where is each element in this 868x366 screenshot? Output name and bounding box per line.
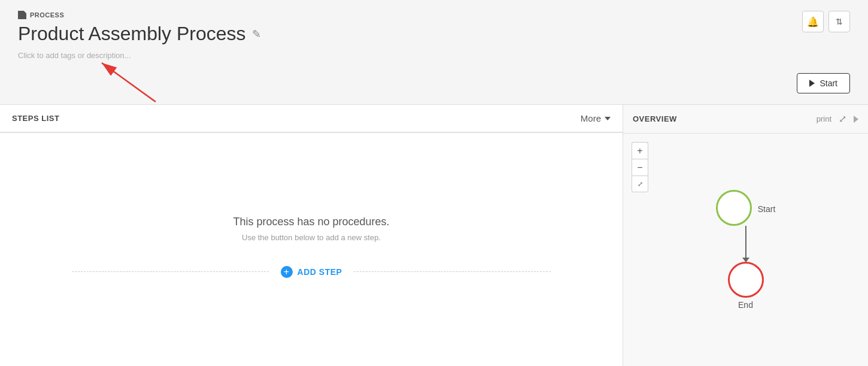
- play-icon: [809, 80, 815, 87]
- overview-body: + − ⤢ Start: [623, 134, 868, 366]
- sort-button[interactable]: ⇅: [828, 11, 850, 32]
- main-content: STEPS LIST More This process has no proc…: [0, 105, 868, 366]
- start-node-container: Start: [716, 190, 776, 226]
- end-node-label: End: [738, 300, 753, 310]
- start-button[interactable]: Start: [797, 73, 850, 93]
- process-label-text: PROCESS: [30, 11, 64, 19]
- dashed-line-right: [354, 271, 551, 272]
- empty-state-title: This process has no procedures.: [233, 216, 389, 228]
- overview-title: OVERVIEW: [633, 114, 677, 123]
- zoom-in-button[interactable]: +: [632, 142, 648, 159]
- steps-list-title: STEPS LIST: [12, 114, 59, 123]
- page-title: Product Assembly Process ✎: [18, 23, 850, 45]
- end-node-row: [728, 262, 764, 298]
- chevron-right-icon[interactable]: [854, 116, 858, 123]
- dashed-line-left: [72, 271, 269, 272]
- start-node: [716, 190, 752, 226]
- zoom-controls: + − ⤢: [632, 142, 648, 192]
- expand-icon[interactable]: ⤢: [839, 113, 846, 125]
- start-node-label: Start: [758, 204, 776, 214]
- more-button[interactable]: More: [581, 113, 611, 123]
- start-node-row: Start: [716, 190, 776, 226]
- plus-circle-icon: +: [281, 266, 293, 278]
- overview-panel: OVERVIEW print ⤢ + − ⤢: [623, 105, 868, 366]
- add-step-button[interactable]: + ADD STEP: [269, 260, 354, 284]
- end-node: [728, 262, 764, 298]
- zoom-out-button[interactable]: −: [632, 159, 648, 176]
- zoom-fit-button[interactable]: ⤢: [632, 176, 648, 192]
- overview-actions: print ⤢: [817, 113, 858, 125]
- empty-state-subtitle: Use the button below to add a new step.: [242, 233, 381, 242]
- steps-body: This process has no procedures. Use the …: [0, 133, 623, 366]
- title-text: Product Assembly Process: [18, 23, 246, 45]
- steps-header: STEPS LIST More: [0, 105, 623, 133]
- more-label: More: [581, 113, 601, 123]
- sort-icon: ⇅: [836, 17, 843, 26]
- fit-icon: ⤢: [638, 181, 643, 187]
- bell-button[interactable]: 🔔: [802, 11, 824, 32]
- tags-placeholder[interactable]: Click to add tags or description...: [18, 51, 850, 60]
- start-label: Start: [820, 78, 837, 88]
- svg-line-1: [102, 63, 156, 102]
- overview-header: OVERVIEW print ⤢: [623, 105, 868, 134]
- steps-panel: STEPS LIST More This process has no proc…: [0, 105, 623, 366]
- document-icon: [18, 11, 26, 19]
- add-step-label: ADD STEP: [298, 267, 342, 277]
- flow-arrow: [745, 226, 746, 262]
- add-step-row: + ADD STEP: [72, 260, 551, 284]
- top-bar-actions: 🔔 ⇅: [802, 11, 850, 32]
- end-node-container: End: [728, 262, 764, 310]
- bell-icon: 🔔: [807, 16, 819, 28]
- annotation-arrow: [84, 54, 162, 108]
- flow-diagram: Start End: [623, 134, 868, 366]
- process-label: PROCESS: [18, 11, 850, 19]
- print-button[interactable]: print: [817, 114, 831, 123]
- chevron-down-icon: [605, 117, 611, 120]
- top-bar: PROCESS Product Assembly Process ✎ Click…: [0, 0, 868, 105]
- edit-icon[interactable]: ✎: [252, 28, 261, 41]
